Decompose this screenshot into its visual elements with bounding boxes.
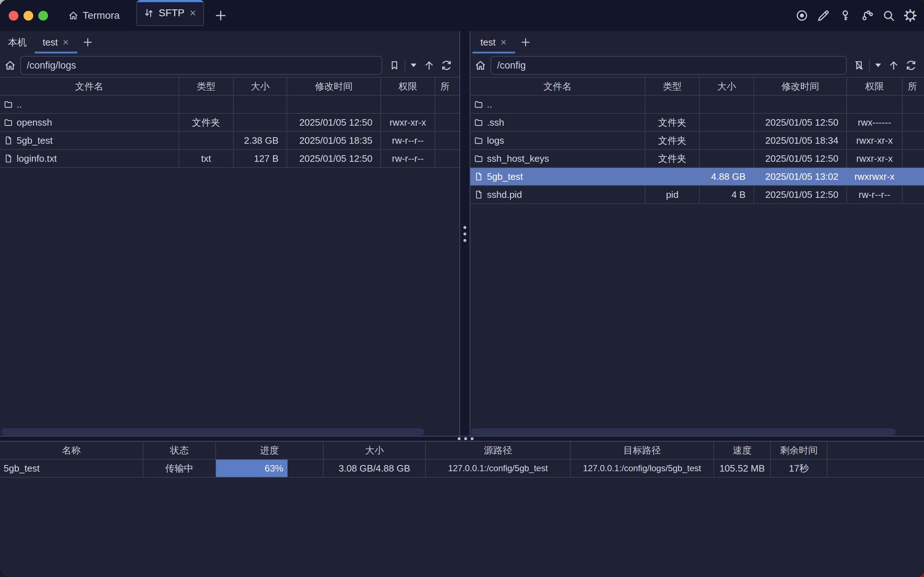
file-permissions-cell: rwxr-xr-x (847, 132, 903, 149)
transfers-column-remaining[interactable]: 剩余时间 (771, 442, 827, 459)
column-header-size[interactable]: 大小 (234, 77, 287, 95)
transfers-column-target[interactable]: 目标路径 (571, 442, 714, 459)
key-icon[interactable] (838, 8, 853, 23)
left-file-table: 文件名 类型 大小 修改时间 权限 所 .. (0, 77, 460, 436)
file-type-cell (179, 132, 234, 149)
refresh-button[interactable] (904, 58, 918, 73)
table-row[interactable]: loginfo.txt txt 127 B 2025/01/05 12:50 r… (0, 150, 460, 168)
right-new-tab-button[interactable] (515, 31, 536, 53)
table-row[interactable]: ssh_host_keys 文件夹 2025/01/05 12:50 rwxr-… (470, 150, 924, 168)
table-row[interactable]: .ssh 文件夹 2025/01/05 12:50 rwx------ (470, 114, 924, 132)
column-header-name[interactable]: 文件名 (470, 77, 645, 95)
transfers-column-speed[interactable]: 速度 (714, 442, 771, 459)
record-icon[interactable] (795, 8, 809, 23)
file-type-cell: pid (645, 186, 700, 203)
toolbar-separator (869, 59, 870, 71)
transfer-speed-cell: 105.52 MB (714, 459, 771, 478)
file-size-cell (700, 114, 754, 131)
column-header-permissions[interactable]: 权限 (381, 77, 435, 95)
table-row[interactable]: 5gb_test 2.38 GB 2025/01/05 18:35 rw-r--… (0, 132, 460, 150)
file-size-cell (700, 150, 754, 167)
transfer-row[interactable]: 5gb_test 传输中 63% 3.08 GB/4.88 GB 127.0.0… (0, 459, 924, 478)
file-name-cell: .. (0, 96, 179, 113)
home-directory-button[interactable] (472, 57, 489, 73)
minimize-window-button[interactable] (24, 11, 33, 21)
left-tab-local[interactable]: 本机 (0, 31, 35, 53)
left-path-toolbar (0, 54, 460, 77)
column-header-name[interactable]: 文件名 (0, 77, 179, 95)
file-permissions-cell (847, 96, 903, 113)
transfers-column-status[interactable]: 状态 (144, 442, 216, 459)
column-header-modified[interactable]: 修改时间 (754, 77, 847, 95)
column-header-modified[interactable]: 修改时间 (287, 77, 381, 95)
table-row[interactable]: sshd.pid pid 4 B 2025/01/05 12:50 rw-r--… (470, 186, 924, 204)
transfer-name-cell: 5gb_test (0, 459, 144, 478)
right-tab-test[interactable]: test (472, 31, 515, 53)
right-file-pane: test (470, 31, 924, 436)
table-row-selected[interactable]: 5gb_test 4.88 GB 2025/01/05 13:02 rwxrwx… (470, 168, 924, 186)
bookmark-dropdown-button[interactable] (873, 58, 884, 73)
file-permissions-cell: rw-r--r-- (847, 186, 903, 203)
transfers-column-progress[interactable]: 进度 (216, 442, 324, 459)
progress-label: 63% (264, 463, 283, 474)
sftp-dual-pane-area: 本机 test (0, 31, 924, 436)
file-name: sshd.pid (487, 189, 522, 200)
maximize-window-button[interactable] (38, 11, 48, 21)
file-size-cell (700, 96, 754, 113)
settings-icon[interactable] (903, 8, 918, 23)
search-icon[interactable] (881, 8, 896, 23)
right-horizontal-scrollbar[interactable] (471, 428, 896, 435)
table-row[interactable]: openssh 文件夹 2025/01/05 12:50 rwxr-xr-x (0, 114, 460, 132)
column-header-owner[interactable]: 所 (435, 77, 460, 95)
left-tab-test[interactable]: test (35, 31, 77, 53)
go-up-button[interactable] (422, 58, 436, 73)
go-up-button[interactable] (887, 58, 901, 73)
file-name-cell: ssh_host_keys (470, 150, 645, 167)
file-owner-cell (903, 96, 924, 113)
column-header-type[interactable]: 类型 (179, 77, 234, 95)
home-directory-button[interactable] (2, 57, 18, 73)
left-toolbar-buttons (387, 58, 454, 73)
close-icon[interactable] (500, 39, 507, 46)
table-row[interactable]: .. (470, 96, 924, 114)
right-tab-test-label: test (481, 37, 496, 48)
file-modified-cell: 2025/01/05 12:50 (287, 150, 381, 167)
home-icon (68, 10, 78, 21)
new-tab-button[interactable] (210, 3, 232, 29)
left-new-tab-button[interactable] (77, 31, 98, 53)
bookmark-icon[interactable] (387, 58, 402, 73)
column-header-type[interactable]: 类型 (645, 77, 700, 95)
app-home-tab[interactable]: Termora (62, 10, 126, 21)
left-tab-test-label: test (43, 37, 58, 48)
file-type-cell: 文件夹 (179, 114, 234, 131)
table-row[interactable]: .. (0, 96, 460, 114)
pane-splitter-vertical[interactable] (460, 31, 470, 436)
column-header-owner[interactable]: 所 (903, 77, 924, 95)
transfers-splitter-horizontal[interactable] (0, 436, 924, 442)
right-file-table: 文件名 类型 大小 修改时间 权限 所 .. (470, 77, 924, 436)
edit-icon[interactable] (816, 8, 831, 23)
file-modified-cell: 2025/01/05 12:50 (754, 186, 847, 203)
refresh-button[interactable] (439, 58, 454, 73)
file-name-cell: 5gb_test (470, 168, 645, 185)
column-header-permissions[interactable]: 权限 (847, 77, 903, 95)
bookmark-remove-icon[interactable] (852, 58, 866, 73)
table-row[interactable]: logs 文件夹 2025/01/05 18:34 rwxr-xr-x (470, 132, 924, 150)
left-horizontal-scrollbar[interactable] (2, 428, 424, 435)
tab-sftp[interactable]: SFTP (136, 0, 204, 26)
close-icon[interactable] (62, 39, 69, 46)
right-path-input[interactable] (490, 56, 847, 75)
folder-icon (474, 136, 483, 145)
transfers-column-source[interactable]: 源路径 (426, 442, 571, 459)
transfer-target-cell: 127.0.0.1:/config/logs/5gb_test (571, 459, 714, 478)
transfers-column-name[interactable]: 名称 (0, 442, 144, 459)
transfers-column-size[interactable]: 大小 (324, 442, 426, 459)
close-window-button[interactable] (9, 11, 18, 21)
file-permissions-cell (381, 96, 435, 113)
bookmark-dropdown-button[interactable] (408, 58, 419, 73)
left-path-input[interactable] (20, 56, 382, 75)
close-icon[interactable] (189, 9, 197, 17)
keychain-icon[interactable] (860, 8, 874, 23)
file-modified-cell: 2025/01/05 12:50 (287, 114, 381, 131)
column-header-size[interactable]: 大小 (700, 77, 754, 95)
